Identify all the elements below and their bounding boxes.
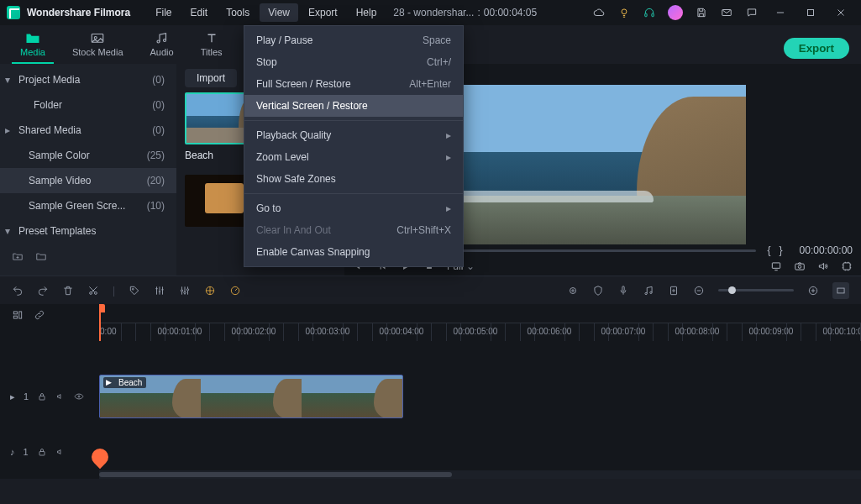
record-icon[interactable] <box>567 285 579 297</box>
mute-icon[interactable] <box>55 391 66 402</box>
view-clear-inout: Clear In And OutCtrl+Shift+X <box>244 219 463 241</box>
view-safe-zones[interactable]: Show Safe Zones <box>244 168 463 190</box>
sliders-icon[interactable] <box>179 285 191 297</box>
svg-point-32 <box>572 289 574 291</box>
sidebar-item-project-media[interactable]: ▾Project Media(0) <box>0 67 176 92</box>
view-canvas-snapping[interactable]: Enable Canvas Snapping <box>244 241 463 263</box>
menu-edit[interactable]: Edit <box>181 3 216 22</box>
sidebar-item-shared-media[interactable]: ▸Shared Media(0) <box>0 118 176 143</box>
volume-icon[interactable] <box>817 260 829 272</box>
svg-rect-43 <box>19 312 22 318</box>
eye-icon[interactable] <box>74 391 84 402</box>
playhead[interactable] <box>99 304 101 341</box>
view-goto[interactable]: Go to▸ <box>244 197 463 219</box>
undo-icon[interactable] <box>12 285 24 297</box>
lightbulb-icon[interactable] <box>617 6 631 19</box>
snapshot-icon[interactable] <box>794 260 806 272</box>
svg-point-7 <box>157 40 160 43</box>
view-vertical-screen[interactable]: Vertical Screen / Restore <box>244 95 463 117</box>
cut-icon[interactable] <box>87 285 99 297</box>
new-folder-icon[interactable] <box>12 250 24 262</box>
shield-icon[interactable] <box>592 285 604 297</box>
menubar: File Edit Tools View Export Help <box>147 3 385 22</box>
delete-icon[interactable] <box>62 285 74 297</box>
svg-point-23 <box>90 291 92 294</box>
menu-tools[interactable]: Tools <box>218 3 258 22</box>
audio-track-body[interactable] <box>99 440 861 464</box>
clip-label: Beach <box>103 377 146 388</box>
mark-out-label[interactable]: } <box>780 244 783 256</box>
sidebar-item-sample-video[interactable]: Sample Video(20) <box>0 168 176 193</box>
import-button[interactable]: Import <box>185 69 237 87</box>
mic-icon[interactable] <box>617 285 629 297</box>
fit-icon[interactable] <box>832 282 849 299</box>
view-play-pause[interactable]: Play / PauseSpace <box>244 29 463 51</box>
app-logo-icon <box>7 6 20 19</box>
settings-icon[interactable] <box>841 260 853 272</box>
scrollbar-thumb[interactable] <box>99 472 452 477</box>
zoom-out-icon[interactable] <box>693 285 705 297</box>
scrollbar-track[interactable] <box>99 470 861 479</box>
sidebar-item-preset-templates[interactable]: ▾Preset Templates <box>0 218 176 244</box>
headphone-icon[interactable] <box>643 6 656 19</box>
svg-point-31 <box>570 287 576 293</box>
tab-titles[interactable]: Titles <box>192 28 231 64</box>
mail-icon[interactable] <box>720 6 733 19</box>
cloud-icon[interactable] <box>592 6 606 19</box>
sidebar-item-sample-color[interactable]: Sample Color(25) <box>0 143 176 168</box>
zoom-in-icon[interactable] <box>807 285 819 297</box>
svg-rect-41 <box>13 312 17 314</box>
lock-icon[interactable] <box>37 391 47 402</box>
view-stop[interactable]: StopCtrl+/ <box>244 51 463 73</box>
speed-icon[interactable] <box>229 285 241 297</box>
save-icon[interactable] <box>695 6 708 19</box>
svg-point-25 <box>133 288 134 290</box>
mute-icon[interactable] <box>55 447 66 457</box>
sidebar-item-folder[interactable]: Folder(0) <box>0 92 176 118</box>
display-icon[interactable] <box>770 260 782 272</box>
color-icon[interactable] <box>204 285 216 297</box>
menu-view[interactable]: View <box>260 3 298 22</box>
ruler-controls <box>0 304 99 341</box>
svg-point-35 <box>650 291 652 293</box>
open-folder-icon[interactable] <box>35 250 47 262</box>
svg-rect-46 <box>39 452 45 456</box>
sidebar-item-sample-green[interactable]: Sample Green Scre...(10) <box>0 193 176 218</box>
svg-point-45 <box>78 396 80 397</box>
close-button[interactable] <box>827 3 854 23</box>
project-name: 28 - wondershar... <box>393 7 474 18</box>
tab-media[interactable]: Media <box>12 28 54 64</box>
zoom-slider[interactable] <box>718 289 794 291</box>
avatar[interactable] <box>668 5 683 20</box>
link-icon[interactable] <box>34 309 45 321</box>
view-zoom-level[interactable]: Zoom Level▸ <box>244 146 463 168</box>
adjust-icon[interactable] <box>154 285 165 297</box>
menu-export[interactable]: Export <box>300 3 346 22</box>
video-track: ▸ 1 Beach <box>0 375 861 418</box>
track-options-icon[interactable] <box>12 309 24 321</box>
redo-icon[interactable] <box>37 285 49 297</box>
svg-point-26 <box>181 289 182 291</box>
menu-file[interactable]: File <box>147 3 180 22</box>
view-playback-quality[interactable]: Playback Quality▸ <box>244 124 463 146</box>
view-fullscreen[interactable]: Full Screen / RestoreAlt+Enter <box>244 73 463 95</box>
mark-in-label[interactable]: { <box>768 244 771 256</box>
music-icon[interactable] <box>643 285 654 297</box>
export-button[interactable]: Export <box>784 38 849 59</box>
video-track-body[interactable]: Beach <box>99 375 861 418</box>
message-icon[interactable] <box>745 6 759 19</box>
svg-point-0 <box>622 9 627 14</box>
svg-rect-20 <box>795 264 805 270</box>
maximize-button[interactable] <box>797 3 824 23</box>
svg-rect-40 <box>837 288 844 293</box>
ruler-track[interactable]: 00:0000:00:01:0000:00:02:0000:00:03:0000… <box>99 304 861 341</box>
marker-icon[interactable] <box>668 285 680 297</box>
tag-icon[interactable] <box>129 285 140 297</box>
menu-help[interactable]: Help <box>348 3 386 22</box>
tab-audio[interactable]: Audio <box>142 28 182 64</box>
video-clip-beach[interactable]: Beach <box>99 375 403 418</box>
tab-stock-media[interactable]: Stock Media <box>64 28 132 64</box>
minimize-button[interactable] <box>767 3 794 23</box>
lock-icon[interactable] <box>37 447 47 457</box>
preview-time: 00:00:00:00 <box>800 244 853 256</box>
